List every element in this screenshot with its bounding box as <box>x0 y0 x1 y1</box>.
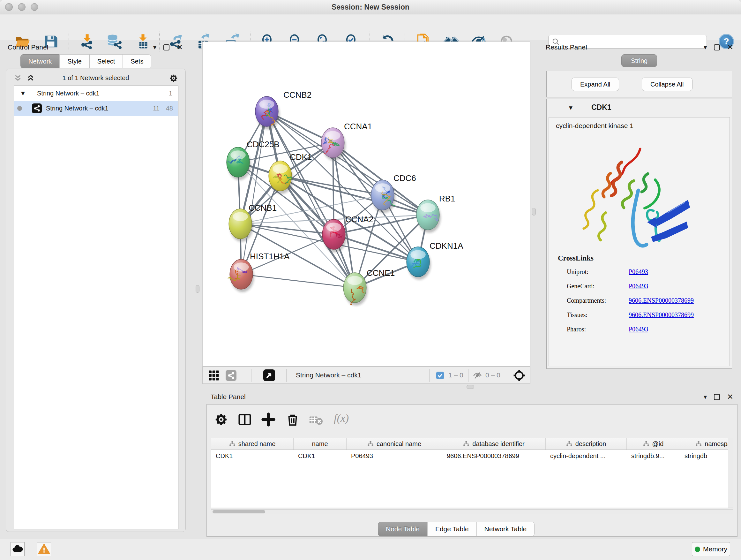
table-row[interactable]: CDK1 CDK1 P06493 9606.ENSP00000378699 cy… <box>211 450 733 463</box>
share-view-icon[interactable] <box>226 370 237 381</box>
column-header[interactable]: @id <box>627 438 680 449</box>
column-header[interactable]: database identifier <box>442 438 546 449</box>
close-panel-icon[interactable]: ✕ <box>727 44 733 51</box>
cell-description[interactable]: cyclin-dependent ... <box>546 450 627 463</box>
tab-style[interactable]: Style <box>59 54 89 68</box>
tab-select[interactable]: Select <box>89 54 123 68</box>
tree-caret-icon[interactable]: ▼ <box>20 90 26 97</box>
cell-name[interactable]: CDK1 <box>293 450 347 463</box>
grid-view-icon[interactable] <box>208 370 219 381</box>
section-caret-icon[interactable]: ▼ <box>568 105 574 111</box>
separator <box>429 369 429 382</box>
table-settings-button[interactable] <box>214 412 228 427</box>
column-header[interactable]: description <box>546 438 627 449</box>
import-network-icon <box>79 34 95 50</box>
graph-node-label: CCNB1 <box>249 203 277 212</box>
control-panel-title: Control Panel <box>8 44 48 51</box>
main-toolbar: ? <box>0 14 741 40</box>
crosslink-link[interactable]: 9606.ENSP00000378699 <box>629 311 694 319</box>
collapse-all-button[interactable]: Collapse All <box>642 78 692 91</box>
crosslink-label: GeneCard: <box>567 283 595 290</box>
selection-counts: 1 – 0 <box>448 371 463 379</box>
graph-node-label: CCNA2 <box>345 214 374 224</box>
float-panel-icon[interactable] <box>714 394 720 400</box>
gear-icon[interactable] <box>169 73 179 83</box>
cell-namespace[interactable]: stringdb <box>680 450 733 463</box>
tab-node-table[interactable]: Node Table <box>378 522 428 537</box>
network-label: String Network – cdk1 <box>46 105 109 112</box>
float-panel-icon[interactable] <box>714 44 720 51</box>
network-tree: ▼ String Network – cdk1 1 String Network… <box>14 85 179 530</box>
hierarchy-icon <box>367 441 374 447</box>
crosslinks-title: CrossLinks <box>558 254 594 262</box>
import-network-button[interactable] <box>79 34 95 50</box>
status-bar: Memory <box>0 539 741 560</box>
tab-edge-table[interactable]: Edge Table <box>427 522 477 537</box>
collapse-panel-icon[interactable]: ▾ <box>704 394 707 400</box>
graph-node-label: CCNE1 <box>367 268 395 278</box>
expand-all-button[interactable]: Expand All <box>571 78 619 91</box>
collapse-panel-icon[interactable]: ▾ <box>704 44 707 51</box>
hidden-counts: 0 – 0 <box>485 371 500 379</box>
crosslink-link[interactable]: P06493 <box>629 283 648 290</box>
tab-string[interactable]: String <box>621 54 657 67</box>
warnings-button[interactable] <box>37 542 51 556</box>
graph-node-label: CDC25B <box>247 139 280 149</box>
tab-network-table[interactable]: Network Table <box>476 522 535 537</box>
memory-button[interactable]: Memory <box>692 542 730 556</box>
close-panel-icon[interactable]: ✕ <box>177 44 183 51</box>
delete-column-button[interactable] <box>285 412 300 427</box>
column-header[interactable]: namespace <box>680 438 733 449</box>
import-database-button[interactable] <box>106 34 122 50</box>
import-table-button[interactable] <box>135 34 151 50</box>
table-vertical-scrollbar[interactable] <box>728 438 733 508</box>
delete-table-button[interactable] <box>308 412 323 427</box>
tab-sets[interactable]: Sets <box>123 54 151 68</box>
crosslink-link[interactable]: P06493 <box>629 326 648 333</box>
column-header[interactable]: name <box>293 438 347 449</box>
network-tree-child-row[interactable]: String Network – cdk1 11 48 <box>14 101 178 116</box>
column-header[interactable]: canonical name <box>347 438 442 449</box>
function-builder-button[interactable]: f(x) <box>334 412 349 424</box>
crosslink-link[interactable]: 9606.ENSP00000378699 <box>629 297 694 304</box>
network-canvas[interactable]: CCNB2CCNA1CDC25BCDK1CDC6RB1CCNB1CCNA2CDK… <box>202 42 530 367</box>
cell-database-identifier[interactable]: 9606.ENSP00000378699 <box>442 450 546 463</box>
crosshair-icon[interactable] <box>513 369 526 382</box>
column-header[interactable]: shared name <box>211 438 293 449</box>
float-panel-icon[interactable] <box>163 44 170 51</box>
scrollbar-thumb[interactable] <box>212 510 265 513</box>
network-collection-count: 1 <box>169 90 172 97</box>
cell-id[interactable]: stringdb:9... <box>627 450 680 463</box>
right-splitter-handle[interactable] <box>532 208 536 215</box>
crosslinks-list: Uniprot: P06493 GeneCard: P06493 Compart… <box>549 265 730 337</box>
collapse-panel-icon[interactable]: ▾ <box>153 44 156 51</box>
bottom-splitter-handle[interactable] <box>467 385 474 389</box>
left-splitter-handle[interactable] <box>196 285 199 293</box>
crosslink-label: Tissues: <box>567 311 588 319</box>
hidden-eye-slash-icon <box>473 371 482 380</box>
show-columns-button[interactable] <box>238 412 252 427</box>
network-view-title: String Network – cdk1 <box>296 371 361 379</box>
tab-network[interactable]: Network <box>20 54 60 68</box>
cloud-button[interactable] <box>10 542 24 556</box>
table-horizontal-scrollbar[interactable] <box>211 509 733 514</box>
network-graph[interactable]: CCNB2CCNA1CDC25BCDK1CDC6RB1CCNB1CCNA2CDK… <box>203 42 530 366</box>
birdseye-toggle-icon[interactable] <box>263 369 275 381</box>
crosslink-link[interactable]: P06493 <box>629 268 648 275</box>
selected-checkbox-icon[interactable] <box>436 372 444 379</box>
network-tree-root-row[interactable]: ▼ String Network – cdk1 1 <box>14 86 178 101</box>
results-actions-box: Expand All Collapse All <box>546 71 732 98</box>
crosslink-label: Uniprot: <box>567 268 589 275</box>
add-column-button[interactable] <box>261 412 276 427</box>
protein-section-header[interactable]: ▼ CDK1 <box>547 102 732 116</box>
cell-canonical-name[interactable]: P06493 <box>347 450 442 463</box>
table-type-tabs: Node Table Edge Table Network Table <box>378 522 535 537</box>
network-status-bar: String Network – cdk1 1 – 0 0 – 0 <box>202 367 530 384</box>
table-panel-title: Table Panel <box>211 393 246 401</box>
title-bar: Session: New Session <box>0 0 741 14</box>
cell-shared-name[interactable]: CDK1 <box>211 450 293 463</box>
memory-status-dot <box>695 547 700 552</box>
graph-node-label: CDK1 <box>290 152 312 162</box>
crosslink-row: Pharos: P06493 <box>549 322 730 337</box>
close-panel-icon[interactable]: ✕ <box>727 393 733 401</box>
